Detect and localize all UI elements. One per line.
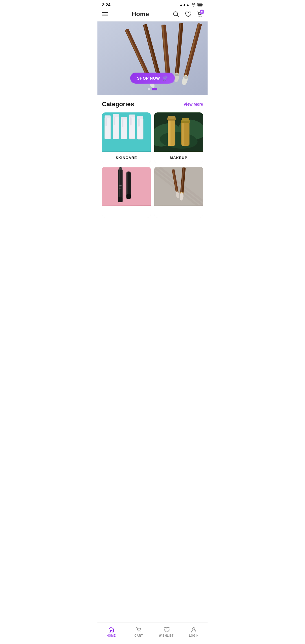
- menu-button[interactable]: [102, 12, 108, 16]
- wishlist-header-button[interactable]: [184, 11, 191, 18]
- skincare-label: SKINCARE: [102, 152, 151, 163]
- mascara-image: lash full: [102, 167, 151, 206]
- svg-rect-41: [122, 119, 123, 127]
- wifi-icon: [191, 3, 196, 6]
- svg-rect-71: [119, 167, 122, 170]
- cart-header-button[interactable]: 0: [196, 11, 203, 18]
- banner-dots: [148, 88, 157, 90]
- svg-rect-65: [118, 197, 123, 202]
- categories-header: Categories View More: [102, 101, 203, 108]
- svg-text:full: full: [119, 188, 121, 190]
- svg-rect-64: [119, 169, 120, 199]
- category-grid: SKINCARE: [102, 112, 203, 217]
- shop-now-cart-icon: 🛒: [162, 75, 168, 81]
- svg-text:lash: lash: [119, 185, 122, 187]
- brushes-image: [154, 167, 203, 206]
- shop-now-label: SHOP NOW: [137, 76, 160, 80]
- wishlist-nav-icon: [163, 626, 170, 633]
- nav-cart[interactable]: CART: [125, 625, 153, 638]
- app-header: Home 0: [97, 8, 208, 21]
- skincare-image: [102, 112, 151, 152]
- signal-icon: ▲▲▲: [179, 3, 189, 7]
- nav-wishlist[interactable]: WISHLIST: [152, 625, 180, 638]
- svg-rect-2: [202, 4, 203, 5]
- status-bar: 2:24 ▲▲▲: [97, 0, 208, 8]
- makeup-label: MAKEUP: [154, 152, 203, 163]
- search-button[interactable]: [173, 11, 179, 18]
- svg-rect-39: [113, 114, 119, 117]
- svg-rect-36: [105, 115, 111, 118]
- svg-rect-38: [114, 117, 115, 125]
- category-card-makeup[interactable]: MAKEUP: [154, 112, 203, 163]
- cart-nav-icon: [135, 626, 142, 633]
- svg-rect-47: [138, 119, 140, 127]
- dot-1[interactable]: [148, 88, 150, 90]
- svg-rect-70: [127, 194, 131, 199]
- status-icons: ▲▲▲: [179, 3, 203, 7]
- shop-now-button[interactable]: SHOP NOW 🛒: [130, 73, 175, 84]
- cart-badge: 0: [200, 10, 204, 14]
- hero-banner-background: [97, 21, 208, 95]
- svg-point-6: [201, 16, 202, 17]
- svg-point-5: [199, 16, 200, 17]
- nav-login[interactable]: LOGIN: [180, 625, 208, 638]
- makeup-image: [154, 112, 203, 152]
- status-time: 2:24: [102, 2, 110, 7]
- svg-rect-60: [182, 118, 189, 121]
- categories-title: Categories: [102, 101, 134, 108]
- svg-point-90: [140, 632, 141, 632]
- header-actions: 0: [173, 11, 203, 18]
- category-card-skincare[interactable]: SKINCARE: [102, 112, 151, 163]
- svg-point-91: [193, 628, 195, 630]
- svg-line-4: [177, 15, 179, 17]
- categories-section: Categories View More: [97, 95, 208, 221]
- svg-rect-44: [130, 117, 132, 125]
- page-title: Home: [132, 10, 149, 18]
- dot-2[interactable]: [152, 88, 157, 90]
- svg-rect-54: [168, 119, 171, 146]
- nav-wishlist-label: WISHLIST: [159, 634, 174, 637]
- svg-rect-42: [121, 117, 127, 119]
- mascara-label: [102, 206, 151, 217]
- nav-home-label: HOME: [107, 634, 116, 637]
- svg-point-89: [138, 632, 139, 632]
- hero-brushes-illustration: [97, 21, 208, 95]
- nav-login-label: LOGIN: [189, 634, 199, 637]
- svg-rect-35: [105, 118, 107, 126]
- login-nav-icon: [190, 626, 197, 633]
- nav-home[interactable]: HOME: [97, 625, 125, 638]
- battery-icon: [197, 3, 203, 6]
- view-more-link[interactable]: View More: [184, 102, 203, 106]
- svg-rect-58: [182, 122, 184, 146]
- home-icon: [108, 626, 115, 633]
- svg-rect-48: [137, 116, 143, 119]
- svg-rect-1: [198, 4, 202, 6]
- category-card-mascara[interactable]: lash full: [102, 167, 151, 217]
- hero-banner: SHOP NOW 🛒: [97, 21, 208, 95]
- category-card-brushes[interactable]: [154, 167, 203, 217]
- nav-cart-label: CART: [134, 634, 143, 637]
- svg-rect-45: [129, 115, 135, 118]
- svg-rect-56: [168, 116, 175, 119]
- bottom-navigation: HOME CART WISHLIST LOGIN: [97, 623, 208, 644]
- brushes-label: [154, 206, 203, 217]
